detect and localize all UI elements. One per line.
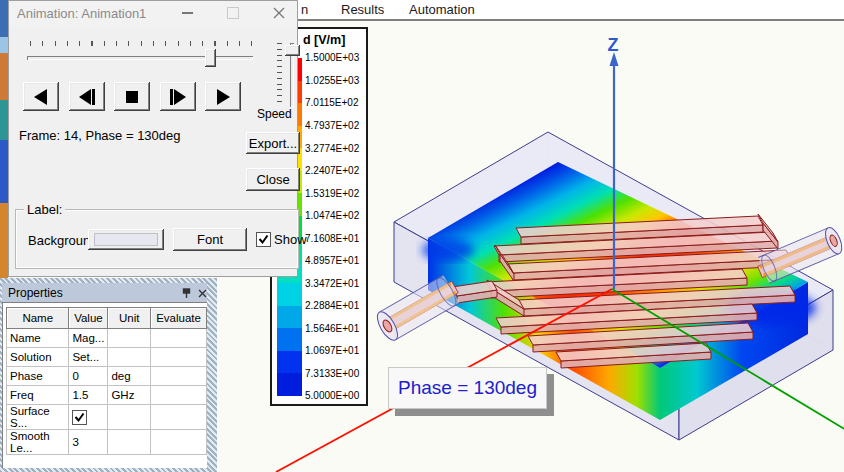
table-row[interactable]: Surface S... xyxy=(7,405,207,430)
legend-value: 4.8957E+01 xyxy=(305,249,359,272)
column-header-value[interactable]: Value xyxy=(69,308,108,329)
speed-slider-ticks xyxy=(277,43,282,107)
properties-table: Name Value Unit Evaluate Name Mag... Sol… xyxy=(6,307,207,455)
dialog-titlebar[interactable]: Animation: Animation1 xyxy=(9,1,297,27)
desktop-edge-strip xyxy=(0,0,8,278)
table-header-row: Name Value Unit Evaluate xyxy=(7,308,207,329)
legend-value: 7.1608E+01 xyxy=(305,227,359,250)
prop-unit xyxy=(108,430,151,455)
prop-value[interactable]: Mag... xyxy=(69,329,108,348)
legend-value: 1.0697E+01 xyxy=(305,339,359,362)
prop-unit xyxy=(108,348,151,367)
playback-controls xyxy=(23,82,241,111)
prop-name: Name xyxy=(7,329,69,348)
play-reverse-icon xyxy=(31,88,51,106)
legend-value: 1.0255E+03 xyxy=(305,69,359,92)
legend-title: d [V/m] xyxy=(303,33,345,47)
prop-name: Solution xyxy=(7,348,69,367)
properties-titlebar[interactable]: Properties xyxy=(2,283,207,302)
export-button[interactable]: Export... xyxy=(246,132,300,154)
background-color-swatch xyxy=(94,233,158,246)
prop-value[interactable]: 0 xyxy=(69,367,108,386)
font-button[interactable]: Font xyxy=(173,228,247,251)
play-reverse-button[interactable] xyxy=(23,82,59,111)
prop-evaluate xyxy=(151,329,207,348)
maximize-icon xyxy=(227,7,239,19)
surface-smoothing-checkbox[interactable] xyxy=(72,410,87,425)
speed-label: Speed xyxy=(257,107,292,121)
prop-value[interactable]: 3 xyxy=(69,430,108,455)
prop-value-checkbox-cell xyxy=(69,405,108,430)
legend-value: 2.2884E+01 xyxy=(305,294,359,317)
legend-color-swatch xyxy=(277,351,302,374)
pin-icon[interactable] xyxy=(180,287,193,300)
legend-value: 3.2774E+02 xyxy=(305,137,359,160)
frame-slider-ticks xyxy=(30,41,253,46)
prop-name: Smooth Le... xyxy=(7,430,69,455)
label-groupbox: Label: Background: Font Show xyxy=(15,209,299,269)
prop-name: Phase xyxy=(7,367,69,386)
properties-title: Properties xyxy=(8,286,63,300)
prop-evaluate xyxy=(151,348,207,367)
prop-unit: GHz xyxy=(108,386,151,405)
table-row[interactable]: Smooth Le... 3 xyxy=(7,430,207,455)
phase-overlay-text: Phase = 130deg xyxy=(398,377,537,399)
panel-close-icon[interactable] xyxy=(196,287,209,300)
step-forward-button[interactable] xyxy=(160,82,196,111)
prop-unit xyxy=(108,329,151,348)
prop-value[interactable]: 1.5 xyxy=(69,386,108,405)
column-header-unit[interactable]: Unit xyxy=(108,308,151,329)
show-checkbox[interactable] xyxy=(256,232,271,247)
properties-body: Name Value Unit Evaluate Name Mag... Sol… xyxy=(2,302,207,468)
prop-evaluate xyxy=(151,386,207,405)
prop-name: Surface S... xyxy=(7,405,69,430)
step-forward-icon xyxy=(168,88,188,106)
step-reverse-icon xyxy=(77,88,97,106)
legend-value: 1.0474E+02 xyxy=(305,204,359,227)
close-icon xyxy=(273,7,285,19)
stop-button[interactable] xyxy=(114,82,150,111)
legend-value: 7.0115E+02 xyxy=(305,92,359,115)
legend-value: 7.3133E+00 xyxy=(305,362,359,385)
show-label: Show xyxy=(274,232,307,247)
minimize-button[interactable] xyxy=(174,1,200,25)
prop-name: Freq xyxy=(7,386,69,405)
close-button[interactable] xyxy=(266,1,292,25)
prop-unit: deg xyxy=(108,367,151,386)
table-row[interactable]: Solution Set... xyxy=(7,348,207,367)
prop-evaluate xyxy=(151,405,207,430)
dialog-close-button[interactable]: Close xyxy=(246,168,300,191)
table-row[interactable]: Name Mag... xyxy=(7,329,207,348)
table-row[interactable]: Phase 0 deg xyxy=(7,367,207,386)
legend-value: 1.5000E+03 xyxy=(305,47,359,70)
frame-slider-thumb[interactable] xyxy=(205,49,216,67)
column-header-name[interactable]: Name xyxy=(7,308,69,329)
legend-value: 5.0000E+00 xyxy=(305,384,359,407)
legend-value: 2.2407E+02 xyxy=(305,159,359,182)
legend-value: 1.5319E+02 xyxy=(305,182,359,205)
properties-panel: Properties Name Value Unit Evaluate Name… xyxy=(0,278,217,472)
play-forward-button[interactable] xyxy=(205,82,241,111)
legend-value: 3.3472E+01 xyxy=(305,272,359,295)
z-axis-label: Z xyxy=(608,35,619,55)
legend-color-swatch xyxy=(277,283,302,306)
speed-slider-thumb[interactable] xyxy=(285,45,300,56)
stop-icon xyxy=(122,88,142,106)
table-row[interactable]: Freq 1.5 GHz xyxy=(7,386,207,405)
prop-evaluate xyxy=(151,430,207,455)
prop-value[interactable]: Set... xyxy=(69,348,108,367)
minimize-icon xyxy=(182,12,193,14)
maximize-button[interactable] xyxy=(220,1,246,25)
column-header-evaluate[interactable]: Evaluate xyxy=(151,308,207,329)
background-color-button[interactable] xyxy=(88,229,164,250)
legend-values: 1.5000E+03 1.0255E+03 7.0115E+02 4.7937E… xyxy=(305,47,359,407)
label-group-title: Label: xyxy=(24,202,65,217)
app-window: { "menu": { "fragment": "n", "items": [ … xyxy=(0,0,844,472)
legend-color-swatch xyxy=(277,328,302,351)
step-reverse-button[interactable] xyxy=(69,82,105,111)
legend-color-swatch xyxy=(277,373,302,396)
checkmark-icon xyxy=(258,234,269,245)
prop-evaluate xyxy=(151,367,207,386)
frame-slider-track[interactable] xyxy=(27,56,253,60)
play-forward-icon xyxy=(213,88,233,106)
